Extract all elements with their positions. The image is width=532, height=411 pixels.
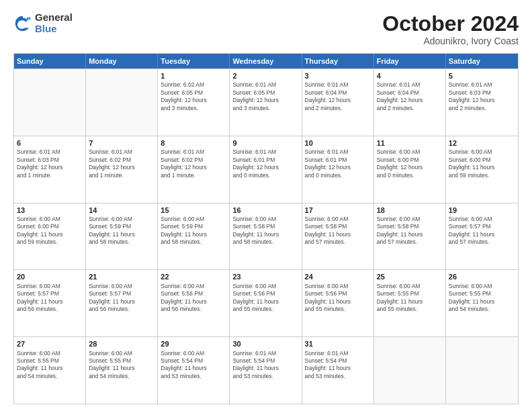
- calendar-row-3: 20Sunrise: 6:00 AM Sunset: 5:57 PM Dayli…: [14, 269, 518, 336]
- header-cell-wednesday: Wednesday: [230, 54, 302, 68]
- cell-day-number: 12: [449, 138, 515, 148]
- cell-info-text: Sunrise: 6:00 AM Sunset: 5:59 PM Dayligh…: [161, 216, 226, 246]
- header-cell-thursday: Thursday: [302, 54, 374, 68]
- cell-info-text: Sunrise: 6:01 AM Sunset: 5:54 PM Dayligh…: [232, 350, 298, 381]
- cell-day-number: 25: [377, 272, 443, 281]
- calendar-cell: 13Sunrise: 6:00 AM Sunset: 6:00 PM Dayli…: [14, 203, 86, 270]
- calendar-row-0: 1Sunrise: 6:02 AM Sunset: 6:05 PM Daylig…: [14, 68, 518, 136]
- cell-day-number: 22: [161, 272, 226, 281]
- cell-day-number: 18: [377, 205, 443, 215]
- calendar-cell: 15Sunrise: 6:00 AM Sunset: 5:59 PM Dayli…: [158, 203, 230, 270]
- cell-day-number: 31: [305, 339, 371, 349]
- title-month: October 2024: [382, 12, 519, 36]
- header: General Blue October 2024 Adounikro, Ivo…: [13, 12, 519, 46]
- calendar-cell: 18Sunrise: 6:00 AM Sunset: 5:58 PM Dayli…: [374, 203, 446, 270]
- calendar-cell: [374, 337, 446, 404]
- cell-info-text: Sunrise: 6:00 AM Sunset: 5:58 PM Dayligh…: [377, 216, 443, 246]
- calendar-cell: 30Sunrise: 6:01 AM Sunset: 5:54 PM Dayli…: [230, 337, 302, 404]
- cell-info-text: Sunrise: 6:00 AM Sunset: 5:55 PM Dayligh…: [17, 350, 83, 381]
- cell-info-text: Sunrise: 6:00 AM Sunset: 5:55 PM Dayligh…: [449, 283, 515, 314]
- cell-day-number: 26: [449, 272, 515, 281]
- calendar-cell: 16Sunrise: 6:00 AM Sunset: 5:58 PM Dayli…: [230, 203, 302, 270]
- calendar-cell: 26Sunrise: 6:00 AM Sunset: 5:55 PM Dayli…: [446, 270, 518, 336]
- calendar-cell: 21Sunrise: 6:00 AM Sunset: 5:57 PM Dayli…: [86, 270, 158, 336]
- calendar-row-1: 6Sunrise: 6:01 AM Sunset: 6:03 PM Daylig…: [14, 136, 518, 203]
- cell-day-number: 21: [89, 272, 154, 281]
- cell-info-text: Sunrise: 6:00 AM Sunset: 6:00 PM Dayligh…: [17, 216, 83, 246]
- calendar-cell: 7Sunrise: 6:01 AM Sunset: 6:02 PM Daylig…: [86, 136, 158, 203]
- cell-day-number: 24: [305, 272, 371, 281]
- header-cell-sunday: Sunday: [14, 54, 86, 68]
- page: General Blue October 2024 Adounikro, Ivo…: [0, 0, 532, 411]
- title-location: Adounikro, Ivory Coast: [382, 36, 519, 46]
- cell-info-text: Sunrise: 6:01 AM Sunset: 6:02 PM Dayligh…: [161, 148, 226, 179]
- cell-day-number: 28: [89, 339, 154, 349]
- cell-info-text: Sunrise: 6:01 AM Sunset: 6:02 PM Dayligh…: [89, 148, 154, 179]
- cell-info-text: Sunrise: 6:00 AM Sunset: 5:56 PM Dayligh…: [161, 283, 226, 314]
- cell-day-number: 27: [17, 339, 83, 349]
- calendar-cell: 20Sunrise: 6:00 AM Sunset: 5:57 PM Dayli…: [14, 270, 86, 336]
- cell-day-number: 7: [89, 138, 154, 148]
- cell-info-text: Sunrise: 6:00 AM Sunset: 5:57 PM Dayligh…: [449, 216, 515, 246]
- header-cell-monday: Monday: [86, 54, 158, 68]
- cell-info-text: Sunrise: 6:01 AM Sunset: 6:03 PM Dayligh…: [17, 148, 83, 179]
- calendar-cell: [86, 69, 158, 136]
- cell-info-text: Sunrise: 6:00 AM Sunset: 5:54 PM Dayligh…: [161, 350, 226, 381]
- calendar-row-4: 27Sunrise: 6:00 AM Sunset: 5:55 PM Dayli…: [14, 336, 518, 404]
- cell-info-text: Sunrise: 6:00 AM Sunset: 6:00 PM Dayligh…: [377, 148, 443, 179]
- calendar-cell: 25Sunrise: 6:00 AM Sunset: 5:55 PM Dayli…: [374, 270, 446, 336]
- cell-info-text: Sunrise: 6:01 AM Sunset: 5:54 PM Dayligh…: [305, 350, 371, 381]
- calendar-cell: 10Sunrise: 6:01 AM Sunset: 6:01 PM Dayli…: [302, 136, 374, 203]
- cell-day-number: 16: [232, 205, 298, 215]
- cell-info-text: Sunrise: 6:00 AM Sunset: 5:57 PM Dayligh…: [17, 283, 83, 314]
- cell-day-number: 19: [449, 205, 515, 215]
- header-cell-friday: Friday: [374, 54, 446, 68]
- cell-info-text: Sunrise: 6:00 AM Sunset: 6:00 PM Dayligh…: [449, 148, 515, 179]
- calendar-cell: 6Sunrise: 6:01 AM Sunset: 6:03 PM Daylig…: [14, 136, 86, 203]
- cell-day-number: 4: [377, 71, 443, 81]
- cell-day-number: 9: [232, 138, 298, 148]
- calendar-cell: 2Sunrise: 6:01 AM Sunset: 6:05 PM Daylig…: [230, 69, 302, 136]
- calendar-cell: 28Sunrise: 6:00 AM Sunset: 5:55 PM Dayli…: [86, 337, 158, 404]
- calendar-cell: 27Sunrise: 6:00 AM Sunset: 5:55 PM Dayli…: [14, 337, 86, 404]
- title-block: October 2024 Adounikro, Ivory Coast: [382, 12, 519, 46]
- logo: General Blue: [13, 12, 73, 34]
- cell-info-text: Sunrise: 6:01 AM Sunset: 6:04 PM Dayligh…: [305, 81, 371, 112]
- cell-info-text: Sunrise: 6:00 AM Sunset: 5:59 PM Dayligh…: [89, 216, 154, 246]
- calendar-cell: 19Sunrise: 6:00 AM Sunset: 5:57 PM Dayli…: [446, 203, 518, 270]
- cell-info-text: Sunrise: 6:00 AM Sunset: 5:58 PM Dayligh…: [305, 216, 371, 246]
- calendar-cell: 17Sunrise: 6:00 AM Sunset: 5:58 PM Dayli…: [302, 203, 374, 270]
- cell-day-number: 23: [232, 272, 298, 281]
- cell-info-text: Sunrise: 6:01 AM Sunset: 6:04 PM Dayligh…: [377, 81, 443, 112]
- cell-day-number: 1: [161, 71, 226, 81]
- cell-info-text: Sunrise: 6:01 AM Sunset: 6:01 PM Dayligh…: [232, 148, 298, 179]
- calendar-cell: 14Sunrise: 6:00 AM Sunset: 5:59 PM Dayli…: [86, 203, 158, 270]
- cell-day-number: 15: [161, 205, 226, 215]
- header-cell-tuesday: Tuesday: [158, 54, 230, 68]
- cell-day-number: 14: [89, 205, 154, 215]
- calendar: SundayMondayTuesdayWednesdayThursdayFrid…: [13, 53, 519, 404]
- calendar-cell: [14, 69, 86, 136]
- cell-day-number: 17: [305, 205, 371, 215]
- calendar-cell: 29Sunrise: 6:00 AM Sunset: 5:54 PM Dayli…: [158, 337, 230, 404]
- calendar-cell: 24Sunrise: 6:00 AM Sunset: 5:56 PM Dayli…: [302, 270, 374, 336]
- calendar-cell: 9Sunrise: 6:01 AM Sunset: 6:01 PM Daylig…: [230, 136, 302, 203]
- cell-info-text: Sunrise: 6:00 AM Sunset: 5:55 PM Dayligh…: [89, 350, 154, 381]
- cell-day-number: 2: [232, 71, 298, 81]
- cell-info-text: Sunrise: 6:01 AM Sunset: 6:05 PM Dayligh…: [232, 81, 298, 112]
- logo-blue-text: Blue: [35, 24, 73, 35]
- calendar-cell: 1Sunrise: 6:02 AM Sunset: 6:05 PM Daylig…: [158, 69, 230, 136]
- cell-day-number: 29: [161, 339, 226, 349]
- cell-day-number: 3: [305, 71, 371, 81]
- calendar-cell: 31Sunrise: 6:01 AM Sunset: 5:54 PM Dayli…: [302, 337, 374, 404]
- header-cell-saturday: Saturday: [446, 54, 518, 68]
- cell-day-number: 20: [17, 272, 83, 281]
- calendar-cell: 11Sunrise: 6:00 AM Sunset: 6:00 PM Dayli…: [374, 136, 446, 203]
- cell-info-text: Sunrise: 6:01 AM Sunset: 6:03 PM Dayligh…: [449, 81, 515, 112]
- cell-info-text: Sunrise: 6:01 AM Sunset: 6:01 PM Dayligh…: [305, 148, 371, 179]
- calendar-cell: 8Sunrise: 6:01 AM Sunset: 6:02 PM Daylig…: [158, 136, 230, 203]
- cell-day-number: 10: [305, 138, 371, 148]
- cell-info-text: Sunrise: 6:00 AM Sunset: 5:56 PM Dayligh…: [305, 283, 371, 314]
- calendar-cell: 3Sunrise: 6:01 AM Sunset: 6:04 PM Daylig…: [302, 69, 374, 136]
- cell-day-number: 13: [17, 205, 83, 215]
